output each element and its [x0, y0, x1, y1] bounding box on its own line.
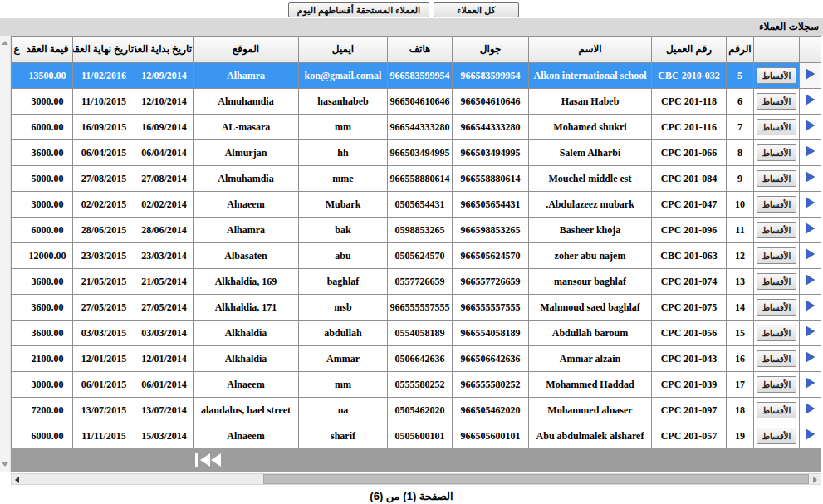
row-select-arrow-cell[interactable] — [800, 140, 821, 166]
cell-client-no[interactable]: CBC 2010-032 — [652, 63, 727, 89]
cell-end-date[interactable]: 28/06/2015 — [73, 218, 135, 243]
cell-mobile[interactable]: 966505462020 — [453, 398, 529, 423]
table-row[interactable]: الأقساط 16 CPC 201-043 Ammar alzain 9665… — [12, 346, 821, 372]
horizontal-scrollbar[interactable] — [11, 473, 821, 485]
cell-num[interactable]: 10 — [727, 192, 754, 218]
cell-mobile[interactable]: 966554058189 — [453, 321, 529, 346]
cell-phone[interactable]: 0506642636 — [388, 346, 453, 372]
header-mobile[interactable]: جوال — [453, 37, 529, 63]
cell-start-date[interactable]: 15/03/2014 — [135, 423, 194, 449]
cell-name[interactable]: Salem Alharbi — [529, 140, 652, 166]
cell-num[interactable]: 8 — [727, 140, 754, 166]
cell-value[interactable]: 12000.00 — [22, 243, 73, 269]
installments-button[interactable]: الأقساط — [757, 144, 796, 161]
cell-edge-cut[interactable] — [12, 192, 22, 218]
table-row[interactable]: الأقساط 7 CPC 201-116 Mohamed shukri 966… — [12, 115, 821, 140]
cell-phone[interactable]: 966583599954 — [388, 63, 453, 89]
header-location[interactable]: الموقع — [194, 37, 299, 63]
cell-phone[interactable]: 966558880614 — [388, 166, 453, 192]
cell-num[interactable]: 12 — [727, 243, 754, 269]
cell-edge-cut[interactable] — [12, 321, 22, 346]
header-client-no[interactable]: رقم العميل — [652, 37, 727, 63]
cell-value[interactable]: 6000.00 — [22, 218, 73, 243]
header-phone[interactable]: هاتف — [388, 37, 453, 63]
table-row[interactable]: الأقساط 5 CBC 2010-032 Alkon internation… — [12, 63, 821, 89]
table-row[interactable]: الأقساط 14 CPC 201-075 Mahmoud saed bagh… — [12, 295, 821, 321]
row-select-arrow-cell[interactable] — [800, 243, 821, 269]
cell-email[interactable]: abu — [299, 243, 388, 269]
cell-phone[interactable]: 966504610646 — [388, 89, 453, 115]
installments-button[interactable]: الأقساط — [757, 67, 796, 84]
due-today-clients-button[interactable]: العملاء المستحقة أقساطهم اليوم — [288, 2, 429, 17]
cell-client-no[interactable]: CPC 201-116 — [652, 115, 727, 140]
row-select-arrow-cell[interactable] — [800, 398, 821, 423]
cell-location[interactable]: Almuhamdia — [194, 166, 299, 192]
cell-client-no[interactable]: CBC 201-063 — [652, 243, 727, 269]
cell-client-no[interactable]: CPC 201-084 — [652, 166, 727, 192]
installments-button[interactable]: الأقساط — [757, 247, 796, 264]
cell-location[interactable]: Alkhaldia — [194, 321, 299, 346]
cell-value[interactable]: 3600.00 — [22, 140, 73, 166]
cell-value[interactable]: 3000.00 — [22, 372, 73, 398]
cell-location[interactable]: Albasaten — [194, 243, 299, 269]
table-row[interactable]: الأقساط 18 CPC 201-097 Mohammed alnaser … — [12, 398, 821, 423]
row-select-arrow-cell[interactable] — [800, 218, 821, 243]
installments-button[interactable]: الأقساط — [757, 428, 796, 444]
cell-mobile[interactable]: 966505624570 — [453, 243, 529, 269]
cell-location[interactable]: Alnaeem — [194, 423, 299, 449]
cell-num[interactable]: 18 — [727, 398, 754, 423]
table-row[interactable]: الأقساط 10 CPC 201-047 Abdulazeez mubark… — [12, 192, 821, 218]
cell-edge-cut[interactable] — [12, 346, 22, 372]
cell-value[interactable]: 3600.00 — [22, 269, 73, 295]
cell-phone[interactable]: 966555557555 — [388, 295, 453, 321]
installments-button[interactable]: الأقساط — [757, 350, 796, 367]
cell-edge-cut[interactable] — [12, 115, 22, 140]
row-select-arrow-cell[interactable] — [800, 372, 821, 398]
table-row[interactable]: الأقساط 9 CPC 201-084 Mouchel middle est… — [12, 166, 821, 192]
cell-location[interactable]: Alkhaldia, 171 — [194, 295, 299, 321]
cell-client-no[interactable]: CPC 201-047 — [652, 192, 727, 218]
cell-value[interactable]: 5000.00 — [22, 166, 73, 192]
installments-button[interactable]: الأقساط — [757, 222, 796, 238]
cell-num[interactable]: 14 — [727, 295, 754, 321]
cell-phone[interactable]: 0505600101 — [388, 423, 453, 449]
cell-location[interactable]: Almurjan — [194, 140, 299, 166]
cell-name[interactable]: Mahmoud saed baghlaf — [529, 295, 652, 321]
scroll-right-icon[interactable] — [813, 477, 817, 483]
cell-email[interactable]: baghlaf — [299, 269, 388, 295]
row-select-arrow-cell[interactable] — [800, 89, 821, 115]
cell-email[interactable]: Ammar — [299, 346, 388, 372]
cell-num[interactable]: 6 — [727, 89, 754, 115]
cell-value[interactable]: 3000.00 — [22, 89, 73, 115]
cell-client-no[interactable]: CPC 201-056 — [652, 321, 727, 346]
cell-client-no[interactable]: CPC 201-066 — [652, 140, 727, 166]
row-select-arrow-cell[interactable] — [800, 269, 821, 295]
cell-end-date[interactable]: 13/07/2015 — [73, 398, 135, 423]
table-row[interactable]: الأقساط 13 CPC 201-074 mansour baghlaf 9… — [12, 269, 821, 295]
cell-mobile[interactable]: 966505654431 — [453, 192, 529, 218]
cell-phone[interactable]: 0598853265 — [388, 218, 453, 243]
cell-mobile[interactable]: 966506642636 — [453, 346, 529, 372]
cell-location[interactable]: AL-masara — [194, 115, 299, 140]
table-row[interactable]: الأقساط 17 CPC 201-039 Mohammed Haddad 9… — [12, 372, 821, 398]
cell-end-date[interactable]: 16/09/2015 — [73, 115, 135, 140]
cell-value[interactable]: 7200.00 — [22, 398, 73, 423]
cell-name[interactable]: mansour baghlaf — [529, 269, 652, 295]
cell-end-date[interactable]: 23/03/2015 — [73, 243, 135, 269]
cell-name[interactable]: Mohamed shukri — [529, 115, 652, 140]
cell-location[interactable]: alandalus, hael street — [194, 398, 299, 423]
installments-button[interactable]: الأقساط — [757, 299, 796, 316]
cell-email[interactable]: sharif — [299, 423, 388, 449]
cell-email[interactable]: mm — [299, 115, 388, 140]
cell-email[interactable]: kon@gmail.comal — [299, 63, 388, 89]
cell-client-no[interactable]: CPC 201-097 — [652, 398, 727, 423]
cell-name[interactable]: Alkon international school — [529, 63, 652, 89]
cell-num[interactable]: 15 — [727, 321, 754, 346]
cell-name[interactable]: Abdulazeez mubark. — [529, 192, 652, 218]
row-select-arrow-cell[interactable] — [800, 321, 821, 346]
scroll-down-icon[interactable] — [2, 462, 8, 467]
cell-mobile[interactable]: 966555580252 — [453, 372, 529, 398]
row-select-arrow-cell[interactable] — [800, 115, 821, 140]
cell-name[interactable]: Ammar alzain — [529, 346, 652, 372]
cell-edge-cut[interactable] — [12, 295, 22, 321]
